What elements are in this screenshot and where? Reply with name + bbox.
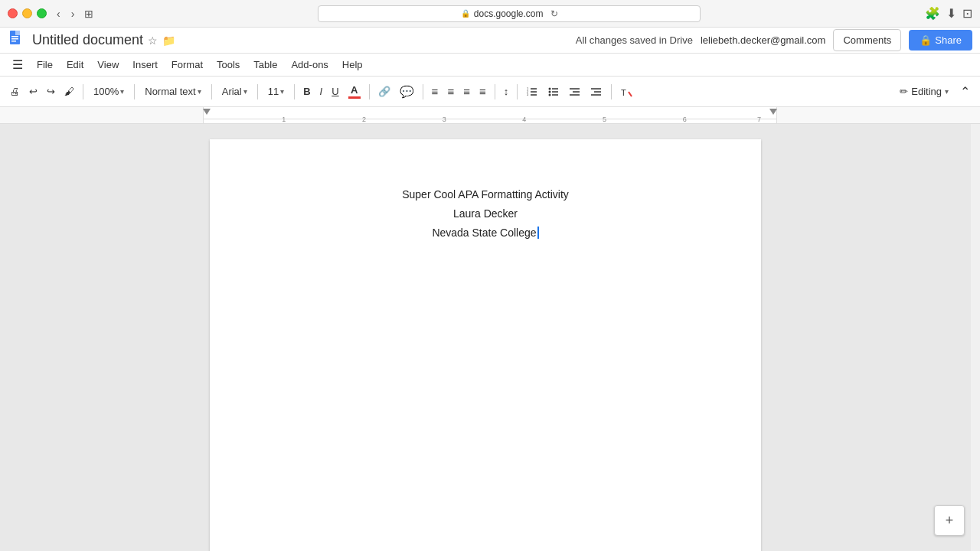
align-left-button[interactable]: ≡ — [428, 81, 443, 103]
separator-9 — [517, 84, 518, 99]
doc-title-area: Untitled document ☆ 📁 — [32, 32, 576, 48]
doc-line-3[interactable]: Nevada State College — [271, 223, 700, 243]
window-icon: ⊞ — [84, 8, 93, 20]
editing-mode-dropdown[interactable]: ✏ Editing ▾ — [893, 83, 955, 100]
maximize-button[interactable] — [37, 8, 47, 18]
menu-item-help[interactable]: Help — [336, 56, 369, 73]
fontsize-dropdown[interactable]: 11 ▾ — [263, 81, 289, 103]
align-center-button[interactable]: ≡ — [443, 81, 458, 103]
star-icon[interactable]: ☆ — [148, 34, 158, 47]
zoom-dropdown[interactable]: 100% ▾ — [88, 81, 129, 103]
address-text: docs.google.com — [474, 8, 544, 19]
align-justify-button[interactable]: ≡ — [475, 81, 490, 103]
forward-button[interactable]: › — [67, 6, 79, 21]
pencil-icon: ✏ — [900, 86, 908, 97]
title-bar-left: ‹ › ⊞ — [8, 6, 93, 21]
menu-item-format[interactable]: Format — [165, 56, 209, 73]
bold-button[interactable]: B — [299, 81, 314, 103]
fontsize-value: 11 — [268, 86, 279, 97]
paintformat-button[interactable]: 🖌 — [60, 81, 78, 103]
style-dropdown[interactable]: Normal text ▾ — [139, 81, 206, 103]
doc-line-3-text: Nevada State College — [432, 227, 536, 239]
font-value: Arial — [222, 86, 242, 97]
menu-item-table[interactable]: Table — [247, 56, 283, 73]
svg-line-24 — [629, 92, 632, 96]
download-icon[interactable]: ⬇ — [946, 6, 956, 21]
document-page[interactable]: Super Cool APA Formatting Activity Laura… — [210, 139, 761, 551]
underline-button[interactable]: U — [328, 81, 342, 103]
style-value: Normal text — [145, 86, 195, 97]
page-content[interactable]: Super Cool APA Formatting Activity Laura… — [210, 139, 761, 289]
align-right-button[interactable]: ≡ — [459, 81, 474, 103]
comments-button[interactable]: Comments — [833, 29, 901, 51]
reload-icon[interactable]: ↻ — [550, 8, 558, 19]
collapse-toolbar-button[interactable]: ⌃ — [956, 81, 974, 103]
indent-marker-right[interactable] — [769, 109, 777, 115]
clear-format-button[interactable]: T — [616, 81, 636, 103]
menu-item-tools[interactable]: Tools — [211, 56, 246, 73]
svg-text:T: T — [621, 88, 626, 97]
unordered-list-button[interactable] — [544, 81, 564, 103]
separator-2 — [134, 84, 135, 99]
svg-text:3: 3 — [527, 93, 529, 96]
share-lock-icon: 🔒 — [920, 34, 932, 46]
indent-less-button[interactable] — [565, 81, 585, 103]
share-label: Share — [935, 34, 962, 46]
comment-button[interactable]: 💬 — [396, 81, 418, 103]
menu-item-insert[interactable]: Insert — [126, 56, 164, 73]
doc-title[interactable]: Untitled document — [32, 32, 143, 48]
svg-point-14 — [549, 87, 551, 90]
font-color-button[interactable]: A — [345, 81, 364, 103]
italic-button[interactable]: I — [316, 81, 327, 103]
minimize-button[interactable] — [22, 8, 32, 18]
menu-item-file[interactable]: File — [31, 56, 59, 73]
autosave-status: All changes saved in Drive — [576, 34, 693, 46]
doc-line-2[interactable]: Laura Decker — [271, 204, 700, 223]
menu-item-edit[interactable]: Edit — [60, 56, 90, 73]
menu-item-hamburger[interactable]: ☰ — [6, 54, 29, 75]
address-bar[interactable]: 🔒 docs.google.com ↻ — [318, 5, 701, 22]
print-button[interactable]: 🖨 — [6, 81, 24, 103]
redo-button[interactable]: ↪ — [43, 81, 59, 103]
svg-rect-3 — [11, 38, 18, 40]
back-button[interactable]: ‹ — [53, 6, 64, 21]
share-button[interactable]: 🔒 Share — [909, 30, 972, 51]
user-email[interactable]: leliebeth.decker@gmail.com — [701, 34, 826, 46]
folder-icon[interactable]: 📁 — [162, 34, 175, 47]
font-chevron: ▾ — [243, 87, 247, 96]
ordered-list-button[interactable]: 123 — [522, 81, 542, 103]
scrollbar[interactable] — [971, 124, 980, 551]
separator-7 — [423, 84, 423, 99]
menu-item-addons[interactable]: Add-ons — [285, 56, 334, 73]
separator-5 — [294, 84, 295, 99]
fontsize-chevron: ▾ — [280, 87, 284, 96]
svg-point-16 — [549, 93, 551, 96]
title-bar-right: 🧩 ⬇ ⊡ — [925, 6, 972, 21]
separator-1 — [83, 84, 83, 99]
nav-buttons: ‹ › — [53, 6, 78, 21]
extensions-icon[interactable]: 🧩 — [925, 6, 940, 21]
svg-rect-2 — [11, 36, 18, 37]
zoom-value: 100% — [93, 86, 119, 97]
svg-rect-4 — [11, 41, 16, 42]
indent-more-button[interactable] — [586, 81, 606, 103]
text-cursor — [537, 227, 539, 239]
link-button[interactable]: 🔗 — [374, 81, 394, 103]
undo-button[interactable]: ↩ — [25, 81, 41, 103]
docs-logo — [8, 30, 24, 51]
close-button[interactable] — [8, 8, 18, 18]
indent-marker-left[interactable] — [203, 109, 211, 115]
main-area: Super Cool APA Formatting Activity Laura… — [0, 124, 980, 551]
font-color-indicator: A — [348, 84, 361, 99]
fullscreen-icon[interactable]: ⊡ — [962, 6, 972, 21]
title-bar: ‹ › ⊞ 🔒 docs.google.com ↻ 🧩 ⬇ ⊡ — [0, 0, 980, 28]
page-container[interactable]: Super Cool APA Formatting Activity Laura… — [0, 124, 971, 551]
separator-3 — [211, 84, 212, 99]
menu-item-view[interactable]: View — [91, 56, 125, 73]
line-spacing-button[interactable]: ↕ — [500, 81, 513, 103]
lock-icon: 🔒 — [461, 9, 470, 18]
editing-mode-chevron: ▾ — [945, 87, 949, 96]
doc-line-1[interactable]: Super Cool APA Formatting Activity — [271, 185, 700, 204]
add-button[interactable]: + — [934, 505, 965, 536]
font-dropdown[interactable]: Arial ▾ — [217, 81, 253, 103]
